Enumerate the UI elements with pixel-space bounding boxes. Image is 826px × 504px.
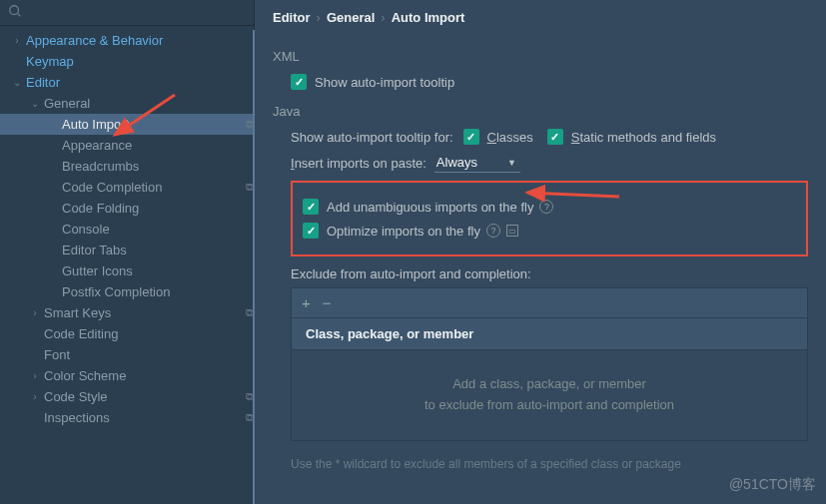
optimize-imports-row[interactable]: ✓ Optimize imports on the fly ? ▭	[303, 223, 796, 239]
chevron-icon: ›	[10, 35, 24, 46]
settings-sidebar: ›Appearance & BehaviorKeymap⌄Editor⌄Gene…	[0, 0, 255, 504]
sidebar-item-inspections[interactable]: Inspections⧉	[0, 407, 254, 428]
search-bar[interactable]	[0, 0, 254, 26]
sidebar-item-label: Gutter Icons	[62, 263, 254, 278]
sidebar-item-keymap[interactable]: Keymap	[0, 51, 254, 72]
sidebar-item-font[interactable]: Font	[0, 344, 254, 365]
sidebar-item-label: Console	[62, 222, 254, 237]
sidebar-item-gutter-icons[interactable]: Gutter Icons	[0, 260, 254, 281]
sidebar-item-label: Color Scheme	[44, 368, 254, 383]
checkbox-icon: ✓	[303, 199, 319, 215]
sidebar-item-label: Appearance & Behavior	[26, 33, 254, 48]
chevron-icon: ⌄	[10, 77, 24, 88]
sidebar-item-smart-keys[interactable]: ›Smart Keys⧉	[0, 302, 254, 323]
sidebar-item-code-editing[interactable]: Code Editing	[0, 323, 254, 344]
sidebar-item-code-style[interactable]: ›Code Style⧉	[0, 386, 254, 407]
sidebar-item-label: Postfix Completion	[62, 284, 254, 299]
table-empty-text: Add a class, package, or member to exclu…	[292, 350, 807, 440]
chevron-icon: ›	[28, 391, 42, 402]
search-icon	[8, 4, 22, 21]
sidebar-item-appearance-behavior[interactable]: ›Appearance & Behavior	[0, 30, 254, 51]
sidebar-item-label: Smart Keys	[44, 305, 242, 320]
sidebar-item-editor-tabs[interactable]: Editor Tabs	[0, 240, 254, 260]
sidebar-item-color-scheme[interactable]: ›Color Scheme	[0, 365, 254, 386]
sidebar-item-label: Appearance	[62, 138, 254, 153]
insert-on-paste-label: Insert imports on paste:	[291, 156, 426, 171]
checkbox-icon: ✓	[291, 74, 307, 90]
sidebar-item-label: Breadcrumbs	[62, 159, 254, 174]
sidebar-item-code-folding[interactable]: Code Folding	[0, 198, 254, 219]
section-xml-title: XML	[273, 49, 808, 64]
exclude-label: Exclude from auto-import and completion:	[291, 266, 808, 281]
sidebar-item-label: Editor Tabs	[62, 243, 254, 257]
checkbox-icon: ✓	[303, 223, 319, 239]
sidebar-item-code-completion[interactable]: Code Completion⧉	[0, 177, 254, 198]
sidebar-item-appearance[interactable]: Appearance	[0, 135, 254, 156]
wildcard-hint: Use the * wildcard to exclude all member…	[291, 455, 808, 473]
section-java-title: Java	[273, 104, 808, 119]
static-checkbox-label[interactable]: Static methods and fields	[571, 130, 716, 145]
add-unambiguous-row[interactable]: ✓ Add unambiguous imports on the fly ?	[303, 199, 796, 215]
breadcrumb: Editor›General›Auto Import	[255, 0, 826, 35]
highlighted-options-box: ✓ Add unambiguous imports on the fly ? ✓…	[291, 181, 808, 256]
classes-checkbox-label[interactable]: Classes	[487, 130, 533, 145]
sidebar-item-label: Editor	[26, 75, 254, 90]
svg-line-1	[18, 14, 21, 17]
insert-on-paste-dropdown[interactable]: Always ▼	[434, 153, 520, 173]
sidebar-item-postfix-completion[interactable]: Postfix Completion	[0, 281, 254, 302]
help-icon[interactable]: ?	[539, 200, 553, 214]
sidebar-item-label: Code Style	[44, 389, 242, 404]
checkbox-icon[interactable]: ✓	[547, 129, 563, 145]
sidebar-item-auto-import[interactable]: Auto Import⧉	[0, 114, 254, 135]
xml-show-tooltip-row[interactable]: ✓ Show auto-import tooltip	[291, 74, 808, 90]
table-header: Class, package, or member	[292, 318, 807, 350]
chevron-icon: ›	[28, 370, 42, 381]
sidebar-item-label: Code Completion	[62, 180, 242, 195]
remove-button[interactable]: −	[323, 294, 332, 311]
sidebar-item-console[interactable]: Console	[0, 219, 254, 240]
sidebar-item-breadcrumbs[interactable]: Breadcrumbs	[0, 156, 254, 177]
divider	[253, 30, 255, 504]
sidebar-item-editor[interactable]: ⌄Editor	[0, 72, 254, 93]
sidebar-item-label: Code Folding	[62, 201, 254, 216]
sidebar-item-label: Keymap	[26, 54, 254, 69]
scope-icon[interactable]: ▭	[506, 225, 518, 237]
chevron-down-icon: ▼	[507, 158, 516, 168]
settings-main: Editor›General›Auto Import XML ✓ Show au…	[255, 0, 826, 504]
tooltip-for-label: Show auto-import tooltip for:	[291, 130, 453, 145]
settings-tree: ›Appearance & BehaviorKeymap⌄Editor⌄Gene…	[0, 26, 254, 504]
add-button[interactable]: +	[302, 294, 311, 311]
watermark: @51CTO博客	[729, 476, 816, 494]
chevron-icon: ›	[28, 307, 42, 318]
sidebar-item-label: Font	[44, 347, 254, 362]
sidebar-item-label: General	[44, 96, 254, 111]
sidebar-item-general[interactable]: ⌄General	[0, 93, 254, 114]
checkbox-icon[interactable]: ✓	[463, 129, 479, 145]
help-icon[interactable]: ?	[486, 224, 500, 238]
exclude-table: + − Class, package, or member Add a clas…	[291, 287, 808, 441]
sidebar-item-label: Auto Import	[62, 117, 242, 132]
chevron-icon: ⌄	[28, 98, 42, 109]
svg-point-0	[10, 6, 19, 15]
sidebar-item-label: Inspections	[44, 410, 242, 425]
sidebar-item-label: Code Editing	[44, 326, 254, 341]
